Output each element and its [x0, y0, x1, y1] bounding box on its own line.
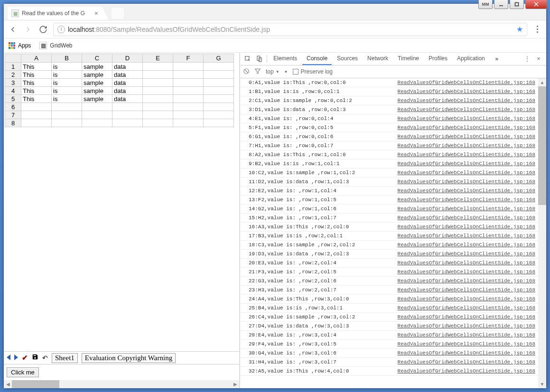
devtools-tab-timeline[interactable]: Timeline [393, 53, 423, 65]
row-header[interactable]: 5 [5, 95, 21, 103]
horizontal-scrollbar[interactable]: ◀ ▶ [4, 380, 239, 388]
column-header[interactable]: B [52, 54, 82, 63]
devtools-tab-network[interactable]: Network [363, 53, 392, 65]
grid-cell[interactable]: data [112, 71, 143, 79]
console-source-link[interactable]: ReadValuesOfGridWebCellsOnClientSide.jsp… [398, 322, 535, 330]
devtools-more-tabs-icon[interactable]: » [491, 56, 503, 62]
devtools-tab-elements[interactable]: Elements [269, 53, 301, 65]
scroll-thumb[interactable] [12, 380, 59, 388]
console-source-link[interactable]: ReadValuesOfGridWebCellsOnClientSide.jsp… [398, 277, 535, 285]
grid-cell[interactable]: is [52, 63, 82, 71]
column-header[interactable]: F [173, 54, 204, 63]
grid-cell[interactable]: sample [82, 87, 112, 95]
column-header[interactable]: A [21, 54, 52, 63]
grid-cell[interactable] [204, 119, 234, 127]
grid-cell[interactable] [204, 71, 234, 79]
grid-cell[interactable]: is [52, 95, 82, 103]
grid-cell[interactable]: sample [82, 63, 112, 71]
column-header[interactable]: C [82, 54, 112, 63]
grid-cell[interactable]: data [112, 87, 143, 95]
bookmark-star-icon[interactable]: ★ [516, 25, 523, 34]
grid-cell[interactable] [112, 103, 143, 111]
back-button[interactable] [8, 24, 18, 35]
window-mm-button[interactable]: MM [478, 0, 493, 9]
column-header[interactable]: G [204, 54, 234, 63]
maximize-button[interactable] [510, 0, 524, 9]
clear-console-icon[interactable] [243, 68, 250, 76]
scroll-thumb[interactable] [538, 86, 546, 205]
grid-cell[interactable] [143, 103, 173, 111]
console-source-link[interactable]: ReadValuesOfGridWebCellsOnClientSide.jsp… [398, 196, 535, 204]
console-source-link[interactable]: ReadValuesOfGridWebCellsOnClientSide.jsp… [398, 87, 535, 96]
inspect-element-icon[interactable] [242, 56, 253, 62]
grid-next-icon[interactable] [14, 354, 18, 362]
grid-cell[interactable] [82, 103, 112, 111]
device-toggle-icon[interactable] [253, 56, 265, 62]
grid-cell[interactable] [21, 111, 52, 119]
grid-cell[interactable] [173, 79, 204, 87]
grid-cell[interactable] [82, 119, 112, 127]
click-me-button[interactable]: Click me [7, 367, 39, 377]
console-source-link[interactable]: ReadValuesOfGridWebCellsOnClientSide.jsp… [398, 123, 535, 132]
console-source-link[interactable]: ReadValuesOfGridWebCellsOnClientSide.jsp… [398, 331, 535, 339]
grid-cell[interactable]: is [52, 71, 82, 79]
context-dropdown[interactable]: top ▼ [266, 68, 280, 75]
apps-button[interactable]: Apps [9, 42, 31, 49]
bookmark-gridweb[interactable]: ▦ GridWeb [39, 42, 72, 49]
row-header[interactable]: 7 [5, 111, 21, 119]
browser-tab[interactable]: ▦ Read the values of the G × [8, 7, 102, 20]
grid-cell[interactable] [204, 79, 234, 87]
console-source-link[interactable]: ReadValuesOfGridWebCellsOnClientSide.jsp… [398, 295, 535, 303]
devtools-tab-profiles[interactable]: Profiles [424, 53, 452, 65]
grid-cell[interactable] [143, 79, 173, 87]
grid-cell[interactable] [112, 119, 143, 127]
console-source-link[interactable]: ReadValuesOfGridWebCellsOnClientSide.jsp… [398, 132, 535, 141]
grid-cell[interactable]: is [52, 87, 82, 95]
grid-cell[interactable]: data [112, 79, 143, 87]
grid-cell[interactable]: sample [82, 95, 112, 103]
grid-cell[interactable] [143, 87, 173, 95]
preserve-log-checkbox[interactable]: Preserve log [293, 68, 333, 75]
devtools-tab-console[interactable]: Console [302, 53, 332, 65]
console-output[interactable]: 0:A1,value is:This ,row:0,col:0ReadValue… [240, 78, 538, 388]
grid-cell[interactable] [143, 119, 173, 127]
scroll-up-icon[interactable]: ▲ [538, 78, 546, 86]
grid-cell[interactable] [143, 71, 173, 79]
grid-cell[interactable] [173, 103, 204, 111]
console-source-link[interactable]: ReadValuesOfGridWebCellsOnClientSide.jsp… [398, 187, 535, 195]
sheet-tab[interactable]: Sheet1 [52, 353, 78, 363]
console-source-link[interactable]: ReadValuesOfGridWebCellsOnClientSide.jsp… [398, 177, 535, 186]
grid-cell[interactable] [143, 63, 173, 71]
column-header[interactable]: E [143, 54, 173, 63]
grid-cell[interactable]: is [52, 79, 82, 87]
grid-cell[interactable] [21, 103, 52, 111]
grid-check-icon[interactable]: ✔ [22, 354, 28, 362]
grid-cell[interactable] [21, 119, 52, 127]
new-tab-button[interactable] [112, 8, 124, 19]
console-source-link[interactable]: ReadValuesOfGridWebCellsOnClientSide.jsp… [398, 340, 535, 348]
vertical-scrollbar[interactable]: ▲ ▼ [538, 78, 546, 388]
close-button[interactable] [525, 0, 547, 9]
scroll-down-icon[interactable]: ▼ [538, 380, 546, 388]
devtools-tab-sources[interactable]: Sources [333, 53, 362, 65]
devtools-tab-application[interactable]: Application [453, 53, 489, 65]
console-source-link[interactable]: ReadValuesOfGridWebCellsOnClientSide.jsp… [398, 349, 535, 357]
grid-cell[interactable]: data [112, 63, 143, 71]
console-source-link[interactable]: ReadValuesOfGridWebCellsOnClientSide.jsp… [398, 268, 535, 276]
grid-cell[interactable] [82, 111, 112, 119]
grid-cell[interactable] [173, 71, 204, 79]
grid-cell[interactable] [173, 87, 204, 95]
grid-cell[interactable] [204, 103, 234, 111]
grid-cell[interactable]: sample [82, 79, 112, 87]
log-level-dropdown[interactable]: ▼ [284, 70, 288, 74]
row-header[interactable]: 4 [5, 87, 21, 95]
row-header[interactable]: 6 [5, 103, 21, 111]
console-source-link[interactable]: ReadValuesOfGridWebCellsOnClientSide.jsp… [398, 367, 535, 375]
spreadsheet-grid[interactable]: ABCDEFG 1Thisissampledata2Thisissampleda… [5, 54, 234, 127]
console-source-link[interactable]: ReadValuesOfGridWebCellsOnClientSide.jsp… [398, 114, 535, 123]
console-source-link[interactable]: ReadValuesOfGridWebCellsOnClientSide.jsp… [398, 214, 535, 222]
row-header[interactable]: 8 [5, 119, 21, 127]
row-header[interactable]: 3 [5, 79, 21, 87]
scroll-left-icon[interactable]: ◀ [4, 380, 12, 388]
site-info-icon[interactable]: i [57, 26, 65, 33]
